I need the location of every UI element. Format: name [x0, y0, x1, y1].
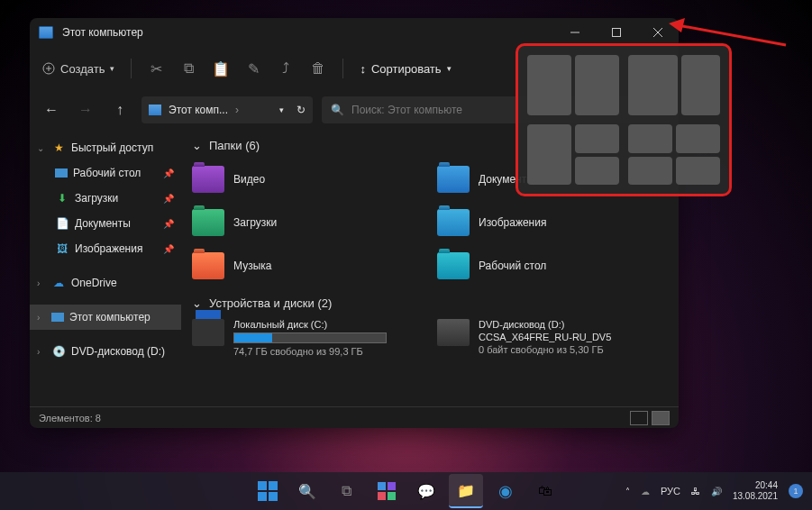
- sort-label: Сортировать: [371, 62, 442, 76]
- taskview-button[interactable]: ⧉: [330, 474, 364, 508]
- new-label: Создать: [60, 62, 105, 76]
- nav-pane: ⌄ ★ Быстрый доступ Рабочий стол 📌 ⬇ Загр…: [30, 130, 181, 406]
- folder-downloads[interactable]: Загрузки: [192, 205, 423, 241]
- svg-line-7: [678, 25, 786, 45]
- language-indicator[interactable]: РУС: [661, 486, 680, 496]
- paste-button[interactable]: 📋: [213, 60, 229, 77]
- folder-icon: [437, 252, 470, 279]
- svg-rect-9: [258, 481, 267, 490]
- cut-button[interactable]: ✂: [148, 60, 164, 77]
- notification-badge[interactable]: 1: [789, 484, 803, 498]
- sidebar-item-documents[interactable]: 📄 Документы 📌: [30, 211, 181, 236]
- disc-icon: 💿: [51, 344, 66, 359]
- sort-button[interactable]: ↕ Сортировать ▾: [360, 62, 451, 76]
- explorer-app[interactable]: 📁: [449, 474, 483, 508]
- download-icon: ⬇: [55, 191, 69, 205]
- document-icon: 📄: [55, 216, 69, 231]
- folder-desktop[interactable]: Рабочий стол: [437, 248, 668, 284]
- folder-music[interactable]: Музыка: [192, 248, 423, 284]
- folder-video[interactable]: Видео: [192, 161, 423, 197]
- snap-layout-4grid[interactable]: [628, 124, 720, 185]
- svg-rect-10: [269, 481, 278, 490]
- drive-d[interactable]: DVD-дисковод (D:) CCSA_X64FRE_RU-RU_DV5 …: [437, 319, 668, 357]
- copy-button[interactable]: ⧉: [180, 60, 196, 77]
- start-button[interactable]: [251, 474, 285, 508]
- address-text: Этот комп...: [169, 104, 228, 116]
- widgets-button[interactable]: [370, 474, 404, 508]
- chevron-down-icon[interactable]: ▾: [279, 105, 284, 114]
- svg-rect-1: [613, 29, 621, 37]
- chevron-down-icon: ⌄: [192, 296, 202, 310]
- new-button[interactable]: Создать ▾: [42, 62, 114, 76]
- snap-layout-3col[interactable]: [527, 124, 619, 185]
- rename-button[interactable]: ✎: [245, 60, 261, 77]
- chevron-down-icon: ⌄: [37, 143, 46, 153]
- thispc-icon: [39, 26, 53, 39]
- sidebar-item-desktop[interactable]: Рабочий стол 📌: [30, 160, 181, 186]
- view-large-button[interactable]: [652, 411, 670, 425]
- sidebar-item-thispc[interactable]: › Этот компьютер: [30, 305, 181, 330]
- sidebar-item-quick[interactable]: ⌄ ★ Быстрый доступ: [30, 135, 181, 160]
- svg-rect-13: [378, 482, 386, 490]
- cloud-icon: ☁: [51, 276, 66, 290]
- chevron-right-icon: ›: [37, 278, 46, 288]
- store-app[interactable]: 🛍: [528, 474, 562, 508]
- svg-rect-14: [388, 482, 396, 490]
- back-button[interactable]: ←: [39, 97, 64, 123]
- snap-layout-flyout: [515, 43, 732, 196]
- view-details-button[interactable]: [630, 411, 648, 425]
- folder-icon: [192, 252, 224, 279]
- sidebar-item-onedrive[interactable]: › ☁ OneDrive: [30, 270, 181, 296]
- sidebar-item-dvd[interactable]: › 💿 DVD-дисковод (D:): [30, 339, 181, 364]
- snap-layout-2col-wide[interactable]: [628, 55, 720, 115]
- svg-rect-15: [378, 492, 386, 500]
- status-bar: Элементов: 8: [30, 406, 679, 428]
- sidebar-item-images[interactable]: 🖼 Изображения 📌: [30, 236, 181, 261]
- up-button[interactable]: ↑: [107, 97, 132, 123]
- group-drives[interactable]: ⌄ Устройства и диски (2): [192, 296, 668, 310]
- forward-button[interactable]: →: [73, 97, 98, 123]
- thispc-icon: [51, 313, 64, 322]
- chevron-right-icon: ›: [37, 313, 46, 323]
- refresh-button[interactable]: ↻: [297, 104, 306, 116]
- chevron-down-icon: ⌄: [192, 139, 202, 152]
- edge-app[interactable]: ◉: [488, 474, 523, 508]
- desktop-icon: [55, 168, 68, 178]
- search-button[interactable]: 🔍: [290, 474, 324, 508]
- chevron-down-icon: ▾: [447, 64, 452, 73]
- thispc-icon: [149, 105, 161, 115]
- pin-icon: 📌: [163, 168, 174, 178]
- pin-icon: 📌: [163, 219, 174, 229]
- star-icon: ★: [51, 141, 66, 155]
- snap-layout-2col[interactable]: [527, 55, 619, 115]
- svg-rect-12: [269, 492, 278, 501]
- volume-icon[interactable]: 🔊: [711, 487, 722, 496]
- drive-icon: [192, 319, 224, 346]
- item-count: Элементов: 8: [39, 413, 101, 423]
- folder-icon: [192, 209, 224, 236]
- clock[interactable]: 20:44 13.08.2021: [733, 480, 778, 502]
- network-icon[interactable]: 🖧: [691, 487, 700, 496]
- window-title: Этот компьютер: [62, 26, 554, 39]
- image-icon: 🖼: [55, 241, 69, 256]
- delete-button[interactable]: 🗑: [310, 60, 326, 77]
- address-bar[interactable]: Этот комп... › ▾ ↻: [141, 96, 313, 123]
- chevron-right-icon: ›: [37, 347, 46, 357]
- search-placeholder: Поиск: Этот компьюте: [351, 104, 462, 116]
- storage-bar: [233, 332, 387, 343]
- folder-images[interactable]: Изображения: [437, 205, 668, 241]
- svg-rect-16: [388, 492, 396, 500]
- chevron-down-icon: ▾: [110, 64, 114, 73]
- tray-onedrive-icon[interactable]: ☁: [641, 487, 650, 496]
- drive-c[interactable]: Локальный диск (C:) 74,7 ГБ свободно из …: [192, 319, 423, 357]
- folder-icon: [437, 209, 470, 236]
- taskbar: 🔍 ⧉ 💬 📁 ◉ 🛍 ˄ ☁ РУС 🖧 🔊 20:44 13.08.2021…: [0, 472, 812, 510]
- sidebar-item-downloads[interactable]: ⬇ Загрузки 📌: [30, 186, 181, 211]
- svg-rect-11: [258, 492, 267, 501]
- tray-chevron-icon[interactable]: ˄: [625, 487, 630, 496]
- chat-button[interactable]: 💬: [409, 474, 443, 508]
- plus-circle-icon: [42, 62, 55, 75]
- share-button[interactable]: ⤴: [278, 60, 294, 77]
- pin-icon: 📌: [163, 244, 174, 254]
- sort-icon: ↕: [360, 62, 366, 76]
